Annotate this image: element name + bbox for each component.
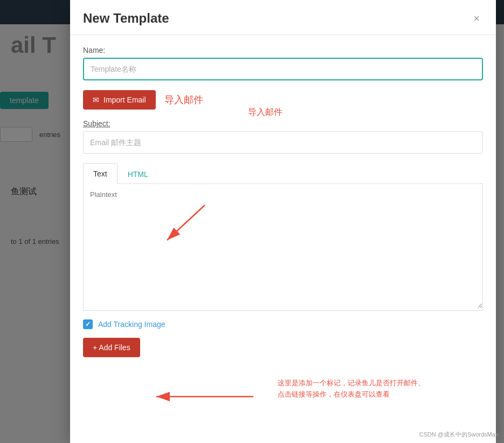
subject-input[interactable] — [83, 131, 483, 154]
modal-close-button[interactable]: × — [470, 12, 483, 25]
new-template-modal: New Template × Name: ✉ Import Email 导入邮件… — [70, 0, 496, 443]
modal-body: Name: ✉ Import Email 导入邮件 Subject: Text … — [70, 35, 496, 443]
subject-label: Subject: — [83, 119, 483, 128]
envelope-icon: ✉ — [93, 96, 99, 104]
watermark: CSDN @成长中的SwordsMan — [419, 431, 499, 439]
tab-html[interactable]: HTML — [118, 163, 158, 184]
name-field-group: Name: — [83, 46, 483, 80]
import-button-label: Import Email — [103, 96, 146, 104]
import-row: ✉ Import Email 导入邮件 — [83, 90, 483, 110]
add-files-button[interactable]: + Add Files — [83, 338, 140, 357]
name-label: Name: — [83, 46, 483, 54]
tab-bar: Text HTML — [83, 163, 483, 184]
add-files-row: + Add Files — [83, 338, 483, 357]
tab-content-area — [83, 184, 483, 311]
subject-label-text: S — [83, 119, 88, 128]
tracking-row: ✓ Add Tracking Image — [83, 319, 483, 329]
subject-label-underline: ubject: — [88, 119, 110, 128]
plaintext-textarea[interactable] — [84, 184, 482, 308]
modal-title: New Template — [83, 11, 169, 26]
name-input[interactable] — [83, 58, 483, 80]
tracking-label[interactable]: Add Tracking Image — [98, 320, 165, 329]
modal-header: New Template × — [70, 0, 496, 35]
import-annotation: 导入邮件 — [164, 93, 203, 106]
import-email-button[interactable]: ✉ Import Email — [83, 90, 156, 110]
tab-text[interactable]: Text — [83, 163, 118, 184]
add-files-label: + Add Files — [93, 343, 130, 352]
subject-field-group: Subject: — [83, 119, 483, 154]
tracking-checkbox[interactable]: ✓ — [83, 319, 93, 329]
content-tabs-container: Text HTML — [83, 163, 483, 311]
checkmark-icon: ✓ — [85, 321, 91, 328]
